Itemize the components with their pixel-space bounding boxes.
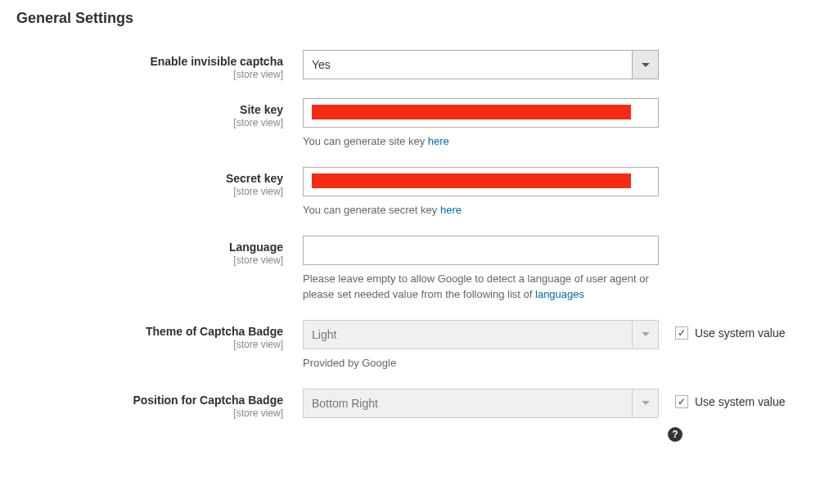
link-secret-key-here[interactable]: here [440, 204, 462, 216]
helper-secret-key: You can generate secret key here [303, 203, 659, 218]
helper-text-prefix: You can generate site key [303, 135, 428, 147]
scope-label: [store view] [16, 339, 283, 350]
scope-label: [store view] [16, 117, 283, 128]
row-enable-captcha: Enable invisible captcha [store view] Ye… [16, 50, 822, 80]
helper-site-key: You can generate site key here [303, 134, 659, 149]
checkbox-use-system-position[interactable]: ✓ Use system value [675, 395, 785, 408]
checkbox-use-system-theme[interactable]: ✓ Use system value [675, 326, 785, 340]
checkbox-icon: ✓ [675, 326, 688, 340]
select-position: Bottom Right [303, 389, 659, 418]
input-secret-key[interactable] [303, 167, 659, 196]
chevron-down-icon [642, 401, 650, 405]
select-theme: Light [303, 320, 659, 349]
select-value: Light [303, 320, 633, 349]
helper-language: Please leave empty to allow Google to de… [303, 272, 659, 301]
redacted-value [312, 173, 631, 188]
select-value: Yes [303, 50, 633, 79]
checkmark-icon: ✓ [678, 328, 686, 338]
helper-theme: Provided by Google [303, 356, 659, 371]
link-site-key-here[interactable]: here [428, 135, 449, 147]
redacted-value [312, 105, 631, 119]
select-arrow-button [633, 389, 659, 418]
section-title: General Settings [16, 10, 822, 27]
scope-label: [store view] [16, 407, 283, 419]
label-position: Position for Captcha Badge [133, 394, 283, 407]
row-language: Language [store view] Please leave empty… [16, 236, 822, 301]
checkbox-label: Use system value [695, 395, 785, 408]
label-language: Language [229, 241, 283, 254]
input-site-key[interactable] [303, 98, 659, 128]
select-value: Bottom Right [303, 389, 633, 418]
row-secret-key: Secret key [store view] You can generate… [16, 167, 822, 218]
scope-label: [store view] [16, 69, 283, 80]
helper-text-prefix: You can generate secret key [303, 204, 440, 216]
select-arrow-button[interactable] [633, 50, 659, 79]
label-theme: Theme of Captcha Badge [146, 325, 283, 338]
label-secret-key: Secret key [226, 172, 283, 185]
row-position: Position for Captcha Badge [store view] … [16, 389, 822, 419]
scope-label: [store view] [16, 186, 283, 197]
row-site-key: Site key [store view] You can generate s… [16, 98, 822, 149]
checkbox-icon: ✓ [675, 395, 688, 408]
select-enable-captcha[interactable]: Yes [303, 50, 659, 79]
row-theme: Theme of Captcha Badge [store view] Ligh… [16, 320, 822, 371]
input-language[interactable] [303, 236, 659, 265]
select-arrow-button [633, 320, 659, 349]
chevron-down-icon [642, 63, 650, 67]
link-languages[interactable]: languages [535, 288, 584, 300]
scope-label: [store view] [16, 254, 283, 266]
label-site-key: Site key [240, 103, 283, 116]
checkbox-label: Use system value [695, 326, 785, 340]
helper-text-prefix: Please leave empty to allow Google to de… [303, 272, 649, 299]
help-icon[interactable]: ? [668, 427, 683, 442]
chevron-down-icon [642, 332, 650, 336]
checkmark-icon: ✓ [678, 397, 686, 407]
label-enable-captcha: Enable invisible captcha [150, 55, 283, 68]
